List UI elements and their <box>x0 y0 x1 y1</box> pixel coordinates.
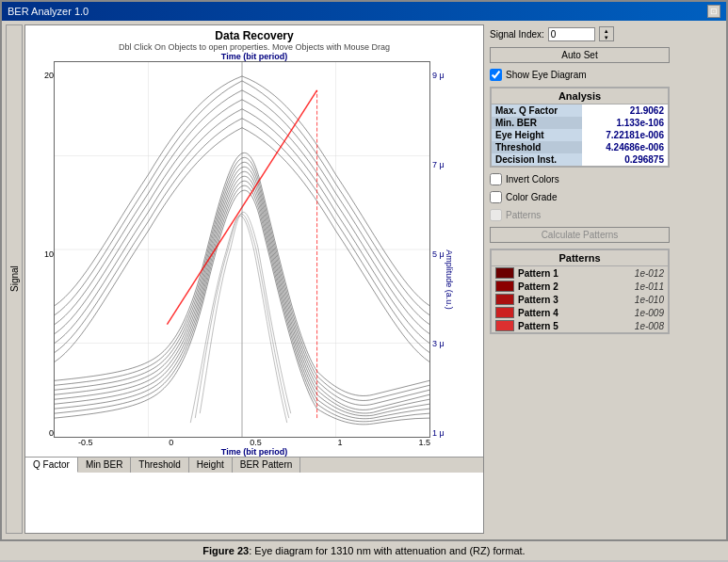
pattern-color-2 <box>495 294 514 305</box>
tab-min-ber[interactable]: Min BER <box>78 458 131 473</box>
analysis-value-1: 1.133e-106 <box>582 117 668 129</box>
color-grade-label: Color Grade <box>506 192 557 202</box>
table-row: Threshold 4.24686e-006 <box>492 141 668 153</box>
main-window: BER Analyzer 1.0 ⊡ Signal Data Recovery … <box>0 0 728 541</box>
y-axis: 20 10 0 <box>27 71 54 438</box>
patterns-title: Patterns <box>492 250 668 266</box>
chart-body <box>54 61 430 438</box>
spinner-up[interactable]: ▲ <box>600 27 613 34</box>
analysis-table: Max. Q Factor 21.9062 Min. BER 1.133e-10… <box>492 104 668 166</box>
auto-set-button[interactable]: Auto Set <box>490 47 670 63</box>
spinner-down[interactable]: ▼ <box>600 34 613 40</box>
signal-index-label: Signal Index: <box>490 29 544 40</box>
chart-svg <box>55 62 429 437</box>
pattern-value-1: 1e-011 <box>635 281 664 292</box>
tab-height[interactable]: Height <box>189 458 233 473</box>
tab-threshold[interactable]: Threshold <box>131 458 188 473</box>
chart-x-label-bottom: Time (bit period) <box>25 447 483 457</box>
signal-tab[interactable]: Signal <box>6 24 23 534</box>
figure-caption: Figure 23: Eye diagram for 1310 nm with … <box>0 541 728 560</box>
title-bar: BER Analyzer 1.0 ⊡ <box>2 2 726 21</box>
analysis-value-4: 0.296875 <box>582 153 668 166</box>
analysis-label-2: Eye Height <box>492 129 582 141</box>
table-row: Min. BER 1.133e-106 <box>492 117 668 129</box>
pattern-value-3: 1e-009 <box>635 308 664 318</box>
show-eye-diagram-row: Show Eye Diagram <box>490 69 670 81</box>
analysis-title: Analysis <box>492 88 668 104</box>
main-content: Signal Data Recovery Dbl Click On Object… <box>2 21 726 538</box>
table-row: Max. Q Factor 21.9062 <box>492 104 668 117</box>
invert-colors-label: Invert Colors <box>506 174 559 185</box>
y-axis-label: Amplitude (a.u.) <box>445 249 454 310</box>
chart-title: Data Recovery <box>25 25 483 42</box>
pattern-name-3: Pattern 4 <box>518 308 631 318</box>
patterns-checkbox[interactable] <box>490 209 502 221</box>
caption-text: : Eye diagram for 1310 nm with attenuati… <box>249 545 525 556</box>
signal-index-row: Signal Index: ▲ ▼ <box>490 26 670 41</box>
window-title: BER Analyzer 1.0 <box>8 6 89 17</box>
chart-subtitle: Dbl Click On Objects to open properties.… <box>25 42 483 52</box>
show-eye-diagram-checkbox[interactable] <box>490 69 502 81</box>
pattern-name-4: Pattern 5 <box>518 321 631 331</box>
analysis-label-0: Max. Q Factor <box>492 104 582 117</box>
chart-x-label-top: Time (bit period) <box>25 52 483 61</box>
patterns-box: Patterns Pattern 1 1e-012 Pattern 2 1e-0… <box>490 249 670 334</box>
analysis-value-0: 21.9062 <box>582 104 668 117</box>
pattern-name-2: Pattern 3 <box>518 295 631 305</box>
analysis-label-1: Min. BER <box>492 117 582 129</box>
analysis-box: Analysis Max. Q Factor 21.9062 Min. BER … <box>490 87 670 168</box>
signal-index-spinner: ▲ ▼ <box>599 26 614 41</box>
table-row: Eye Height 7.22181e-006 <box>492 129 668 141</box>
right-panel: Signal Index: ▲ ▼ Auto Set Show Eye Diag… <box>488 24 671 534</box>
show-eye-diagram-label: Show Eye Diagram <box>506 70 587 80</box>
pattern-row-3: Pattern 4 1e-009 <box>492 306 668 319</box>
chart-container: Data Recovery Dbl Click On Objects to op… <box>24 24 484 534</box>
chart-tabs: Q Factor Min BER Threshold Height BER Pa… <box>25 457 483 473</box>
patterns-checkbox-row: Patterns <box>490 209 670 221</box>
pattern-value-4: 1e-008 <box>635 321 664 331</box>
invert-colors-checkbox[interactable] <box>490 173 502 185</box>
tab-q-factor[interactable]: Q Factor <box>25 458 78 473</box>
analysis-label-3: Threshold <box>492 141 582 153</box>
calc-patterns-button[interactable]: Calculate Patterns <box>490 227 670 243</box>
figure-label: Figure 23 <box>202 545 249 556</box>
pattern-value-0: 1e-012 <box>635 268 664 279</box>
pattern-row-1: Pattern 2 1e-011 <box>492 280 668 293</box>
pattern-color-0 <box>495 267 514 279</box>
pattern-row-0: Pattern 1 1e-012 <box>492 266 668 280</box>
pattern-color-3 <box>495 307 514 318</box>
patterns-checkbox-label: Patterns <box>506 210 541 220</box>
table-row: Decision Inst. 0.296875 <box>492 153 668 166</box>
pattern-color-4 <box>495 320 514 331</box>
maximize-button[interactable]: ⊡ <box>707 5 720 18</box>
pattern-color-1 <box>495 281 514 292</box>
analysis-value-2: 7.22181e-006 <box>582 129 668 141</box>
pattern-row-2: Pattern 3 1e-010 <box>492 293 668 306</box>
tab-ber-pattern[interactable]: BER Pattern <box>233 458 301 473</box>
pattern-row-4: Pattern 5 1e-008 <box>492 319 668 332</box>
invert-colors-row: Invert Colors <box>490 173 670 185</box>
pattern-value-2: 1e-010 <box>635 295 664 305</box>
x-axis-labels: -0.5 0 0.5 1 1.5 <box>78 438 430 447</box>
left-panel: Signal Data Recovery Dbl Click On Object… <box>6 24 484 534</box>
pattern-name-1: Pattern 2 <box>518 281 631 292</box>
analysis-value-3: 4.24686e-006 <box>582 141 668 153</box>
signal-index-input[interactable] <box>548 27 595 41</box>
analysis-label-4: Decision Inst. <box>492 153 582 166</box>
color-grade-row: Color Grade <box>490 191 670 203</box>
color-grade-checkbox[interactable] <box>490 191 502 203</box>
pattern-name-0: Pattern 1 <box>518 268 631 279</box>
